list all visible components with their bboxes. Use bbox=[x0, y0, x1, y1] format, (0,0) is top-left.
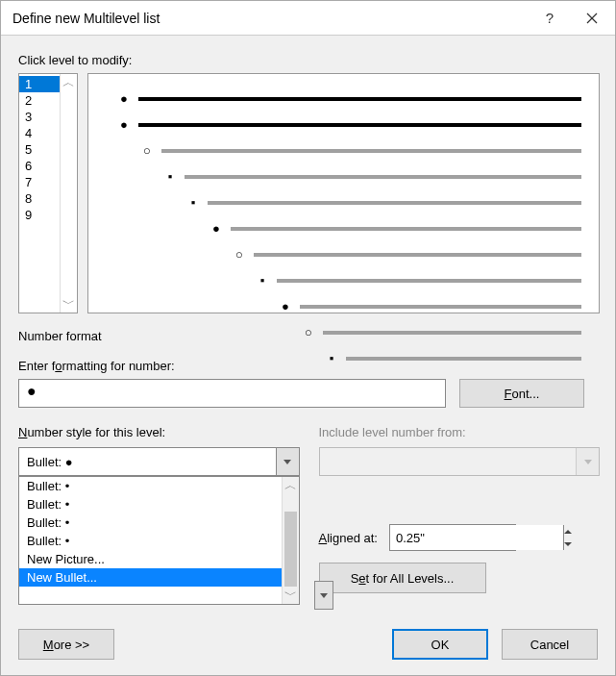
number-style-value: Bullet: ● bbox=[19, 455, 276, 469]
font-button[interactable]: Font... bbox=[459, 379, 584, 408]
include-level-label: Include level number from: bbox=[319, 425, 601, 439]
help-button[interactable]: ? bbox=[529, 2, 571, 35]
preview-line: ▪ bbox=[256, 273, 581, 288]
aligned-at-label: Aligned at: bbox=[319, 531, 378, 545]
close-icon bbox=[586, 13, 598, 24]
preview-marker: ● bbox=[117, 91, 131, 106]
preview-line: ● bbox=[117, 91, 581, 106]
preview-line: ▪ bbox=[163, 169, 581, 184]
preview-line: ○ bbox=[140, 143, 581, 158]
dropdown-item[interactable]: Bullet: • bbox=[19, 532, 282, 550]
number-style-dropdown-button[interactable] bbox=[276, 448, 299, 475]
preview-marker: ▪ bbox=[163, 169, 177, 184]
level-item[interactable]: 3 bbox=[19, 109, 60, 125]
close-button[interactable] bbox=[571, 2, 613, 35]
preview-marker: ▪ bbox=[325, 351, 338, 365]
preview-line: ○ bbox=[302, 325, 581, 339]
number-style-label: Number style for this level: bbox=[18, 425, 300, 439]
scroll-down-icon[interactable]: ﹀ bbox=[61, 295, 77, 313]
more-button[interactable]: More >> bbox=[18, 629, 114, 660]
preview-marker: ● bbox=[209, 221, 223, 236]
number-style-dropdown[interactable]: Bullet: •Bullet: •Bullet: •Bullet: •New … bbox=[18, 476, 300, 605]
partial-combo-button[interactable] bbox=[314, 581, 333, 610]
preview-line: ● bbox=[209, 221, 581, 236]
dropdown-item[interactable]: Bullet: • bbox=[19, 495, 282, 513]
preview-pane: ●●○▪▪●○▪●○▪ bbox=[87, 73, 600, 313]
preview-bar bbox=[231, 227, 581, 231]
preview-bar bbox=[346, 357, 581, 361]
chevron-down-icon bbox=[283, 460, 291, 464]
ok-button[interactable]: OK bbox=[392, 629, 488, 660]
preview-marker: ▪ bbox=[256, 273, 269, 288]
dialog-window: Define new Multilevel list ? Click level… bbox=[0, 0, 616, 676]
dialog-title: Define new Multilevel list bbox=[12, 11, 529, 26]
formatting-input[interactable]: ● bbox=[18, 379, 446, 408]
preview-bar bbox=[208, 201, 581, 205]
level-item[interactable]: 5 bbox=[19, 141, 60, 158]
preview-line: ▪ bbox=[186, 195, 581, 210]
number-style-combo[interactable]: Bullet: ● Bullet: •Bullet: •Bullet: •Bul… bbox=[18, 447, 300, 476]
click-level-label: Click level to modify: bbox=[18, 53, 600, 67]
chevron-down-icon bbox=[320, 593, 328, 598]
chevron-down-icon bbox=[564, 542, 572, 546]
scroll-down-icon[interactable]: ﹀ bbox=[283, 587, 299, 604]
preview-bar bbox=[323, 331, 581, 335]
title-bar: Define new Multilevel list ? bbox=[1, 1, 615, 36]
preview-line: ▪ bbox=[325, 351, 581, 365]
preview-bar bbox=[138, 97, 581, 101]
chevron-up-icon bbox=[564, 530, 572, 534]
preview-line: ● bbox=[117, 117, 581, 132]
preview-line: ○ bbox=[233, 247, 581, 262]
level-item[interactable]: 1 bbox=[19, 76, 60, 92]
spinner-down-button[interactable] bbox=[564, 538, 572, 550]
level-item[interactable]: 4 bbox=[19, 125, 60, 141]
dialog-buttons: More >> OK Cancel bbox=[1, 629, 615, 660]
preview-marker: ● bbox=[279, 299, 292, 313]
level-item[interactable]: 7 bbox=[19, 174, 60, 190]
level-item[interactable]: 8 bbox=[19, 190, 60, 207]
preview-bar bbox=[185, 175, 581, 179]
set-for-all-levels-button[interactable]: Set for All Levels... bbox=[319, 563, 486, 593]
dropdown-scrollbar[interactable]: ︿ ﹀ bbox=[282, 477, 299, 604]
level-item[interactable]: 2 bbox=[19, 92, 60, 109]
preview-marker: ○ bbox=[233, 247, 246, 262]
preview-marker: ○ bbox=[140, 143, 154, 158]
level-item[interactable]: 6 bbox=[19, 158, 60, 174]
scroll-up-icon[interactable]: ︿ bbox=[283, 477, 299, 494]
include-level-combo bbox=[319, 447, 601, 476]
preview-bar bbox=[300, 305, 581, 309]
dialog-body: Click level to modify: 123456789 ︿ ﹀ ●●○… bbox=[1, 36, 615, 609]
level-list[interactable]: 123456789 ︿ ﹀ bbox=[18, 73, 78, 313]
scroll-thumb[interactable] bbox=[284, 512, 297, 587]
dropdown-item[interactable]: Bullet: • bbox=[19, 513, 282, 532]
level-scrollbar[interactable]: ︿ ﹀ bbox=[60, 74, 77, 313]
preview-marker: ● bbox=[117, 117, 131, 132]
preview-marker: ▪ bbox=[186, 195, 200, 210]
preview-bar bbox=[277, 279, 581, 283]
scroll-up-icon[interactable]: ︿ bbox=[61, 74, 77, 91]
dropdown-item[interactable]: Bullet: • bbox=[19, 477, 282, 495]
aligned-at-spinner[interactable] bbox=[389, 524, 516, 551]
aligned-at-input[interactable] bbox=[390, 525, 563, 550]
preview-bar bbox=[161, 149, 581, 153]
preview-bar bbox=[138, 123, 581, 127]
spinner-up-button[interactable] bbox=[564, 525, 572, 538]
dropdown-item[interactable]: New Bullet... bbox=[19, 568, 282, 587]
preview-marker: ○ bbox=[302, 325, 315, 339]
dropdown-item[interactable]: New Picture... bbox=[19, 550, 282, 568]
chevron-down-icon bbox=[584, 460, 592, 464]
cancel-button[interactable]: Cancel bbox=[502, 629, 598, 660]
level-item[interactable]: 9 bbox=[19, 207, 60, 223]
preview-line: ● bbox=[279, 299, 581, 313]
preview-bar bbox=[254, 253, 581, 257]
